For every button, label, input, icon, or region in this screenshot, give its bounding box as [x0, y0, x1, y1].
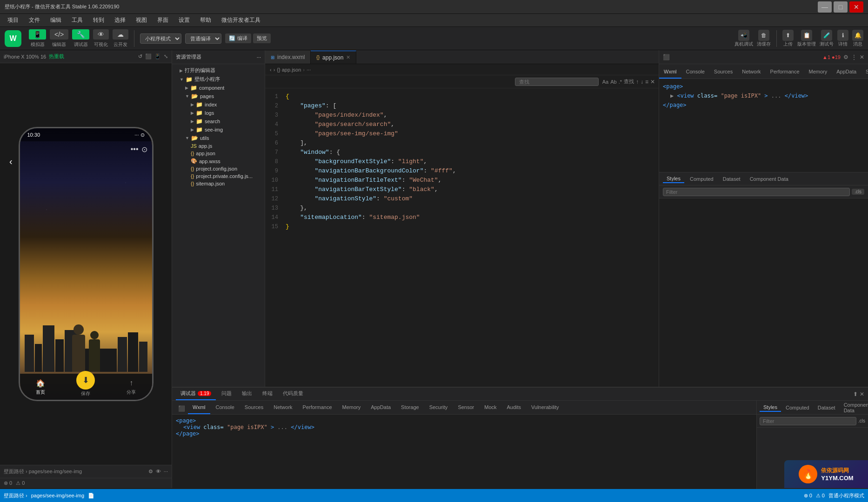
match-case-icon[interactable]: Aa [602, 79, 608, 85]
bottom-tab-terminal[interactable]: 终端 [258, 388, 277, 400]
bd-tab-sources[interactable]: Sources [240, 401, 268, 414]
settings-icon[interactable]: ⚙ [148, 469, 153, 475]
pages-folder[interactable]: ▼ 📂 pages [172, 92, 265, 100]
nav-back[interactable]: ‹ [9, 156, 13, 167]
visual-btn[interactable]: 👁 [93, 29, 109, 40]
save-icon[interactable]: ⬇ [76, 371, 95, 390]
styles-tab-dataset[interactable]: Dataset [719, 175, 744, 183]
menu-select[interactable]: 选择 [111, 15, 129, 25]
menu-view[interactable]: 视图 [132, 15, 151, 25]
more-icon[interactable]: ··· [164, 469, 168, 475]
version-btn[interactable]: 📋 版本管理 [797, 30, 816, 47]
expand-down-icon[interactable]: ✕ [860, 391, 864, 397]
nav-share[interactable]: ↑ 分享 [126, 378, 136, 396]
bottom-tab-debug[interactable]: 调试器 1.19 [176, 388, 216, 400]
preview-btn[interactable]: 预览 [253, 33, 271, 43]
project-root[interactable]: ▼ 📁 壁纸小程序 [172, 75, 265, 84]
nav-home[interactable]: 🏠 首页 [35, 378, 46, 396]
logs-folder[interactable]: ▶ 📁 logs [172, 109, 265, 117]
app-wxss-file[interactable]: 🎨 app.wxss [172, 157, 265, 165]
details-btn[interactable]: ℹ 详情 [837, 30, 848, 47]
sitemap-file[interactable]: {} sitemap.json [172, 180, 265, 187]
nav-back-icon[interactable]: ‹ [270, 67, 272, 73]
real-machine-btn[interactable]: 📲 真机调试 [734, 30, 753, 47]
devtools-tab-sources[interactable]: Sources [709, 66, 737, 79]
bd-tab-audits[interactable]: Audits [502, 401, 526, 414]
minimize-button[interactable]: — [818, 1, 832, 13]
br-tab-styles[interactable]: Styles [760, 403, 781, 412]
mode-selector[interactable]: 小程序模式 [140, 33, 181, 44]
menu-tools[interactable]: 工具 [68, 15, 87, 25]
upload-btn[interactable]: ⬆ 上传 [782, 30, 794, 47]
br-tab-computed[interactable]: Computed [782, 404, 813, 411]
bd-tab-sensor[interactable]: Sensor [453, 401, 479, 414]
phone-icon[interactable]: 📱 [154, 53, 161, 59]
br-filter-input[interactable] [760, 417, 856, 425]
cls-button[interactable]: .cls [852, 189, 864, 195]
devtools-collapse-icon[interactable]: ✕ [860, 54, 864, 60]
bd-tab-storage[interactable]: Storage [396, 401, 424, 414]
open-editors-group[interactable]: ▶ 打开的编辑器 [172, 66, 265, 75]
expand-triangle[interactable]: ▶ [670, 92, 674, 99]
app-js-file[interactable]: JS app.js [172, 142, 265, 150]
bottom-tab-output[interactable]: 输出 [237, 388, 257, 400]
br-tab-component[interactable]: Component Data [840, 401, 868, 414]
devtools-tab-performance[interactable]: Performance [766, 66, 804, 79]
maximize-button[interactable]: □ [834, 1, 848, 13]
app-json-file[interactable]: {} app.json [172, 150, 265, 157]
bd-tab-security[interactable]: Security [425, 401, 453, 414]
see-img-folder[interactable]: ▶ 📁 see-img [172, 126, 265, 134]
resize-icon[interactable]: ⤡ [164, 53, 168, 59]
menu-help[interactable]: 帮助 [196, 15, 215, 25]
utils-folder[interactable]: ▼ 📂 utils [172, 134, 265, 142]
search-more-icon[interactable]: ≡ [645, 79, 648, 85]
bd-tab-vulnerability[interactable]: Vulnerability [527, 401, 564, 414]
bd-tab-appdata[interactable]: AppData [366, 401, 395, 414]
clean-btn[interactable]: 🗑 清缓存 [757, 30, 771, 47]
devtools-nav-icon[interactable]: ⬛ [663, 54, 670, 60]
nav-save[interactable]: ⬇ 保存 [76, 376, 95, 397]
editor-btn[interactable]: </> [50, 29, 68, 40]
bd-tab-console[interactable]: Console [211, 401, 239, 414]
message-btn[interactable]: 🔔 消息 [852, 30, 863, 47]
eye-icon[interactable]: 👁 [156, 469, 161, 475]
bd-tab-mock[interactable]: Mock [480, 401, 501, 414]
project-config-file[interactable]: {} project.config.json [172, 165, 265, 172]
search-next-icon[interactable]: ↓ [641, 79, 643, 85]
bd-tab-performance[interactable]: Performance [298, 401, 337, 414]
menu-interface[interactable]: 界面 [154, 15, 172, 25]
bd-tab-wxml[interactable]: Wxml [188, 401, 210, 414]
devtools-tab-storage[interactable]: Storage [861, 66, 868, 79]
devtools-tab-memory[interactable]: Memory [804, 66, 832, 79]
compile-selector[interactable]: 普通编译 [185, 33, 221, 44]
bd-toggle-icon[interactable]: ⬛ [176, 403, 187, 414]
tab-close-icon[interactable]: ✕ [346, 54, 350, 60]
devtools-tab-wxml[interactable]: Wxml [659, 66, 681, 79]
component-folder[interactable]: ▶ 📁 component [172, 84, 265, 92]
cls-badge[interactable]: .cls [858, 418, 865, 423]
styles-tab-computed[interactable]: Computed [686, 175, 717, 183]
bottom-tab-issues[interactable]: 问题 [217, 388, 236, 400]
br-tab-dataset[interactable]: Dataset [814, 404, 839, 411]
regex-icon[interactable]: .* [619, 79, 622, 85]
bd-tab-network[interactable]: Network [269, 401, 297, 414]
devtools-tab-network[interactable]: Network [737, 66, 765, 79]
nav-forward-icon[interactable]: › [274, 67, 275, 73]
search-close-icon[interactable]: ✕ [650, 79, 655, 85]
debug-btn[interactable]: 🔧 [72, 29, 89, 40]
devtools-settings-icon[interactable]: ⚙ [843, 54, 848, 60]
devtools-tab-appdata[interactable]: AppData [832, 66, 861, 79]
window-controls[interactable]: — □ ✕ [818, 1, 863, 13]
devtools-tab-console[interactable]: Console [681, 66, 709, 79]
search-input[interactable] [515, 78, 599, 86]
tab-index-wxml[interactable]: ⊞ index.wxml [265, 51, 311, 64]
collapse-up-icon[interactable]: ⬆ [853, 391, 858, 397]
project-private-file[interactable]: {} project.private.config.js... [172, 172, 265, 180]
menu-wechat-tools[interactable]: 微信开发者工具 [218, 15, 264, 25]
styles-filter-input[interactable] [663, 188, 850, 196]
devtools-more-icon[interactable]: ⋮ [851, 54, 857, 60]
search-folder[interactable]: ▶ 📁 search [172, 117, 265, 126]
refresh-icon[interactable]: ↺ [138, 53, 142, 59]
styles-tab-component[interactable]: Component Data [746, 175, 792, 183]
whole-word-icon[interactable]: Ab [610, 79, 616, 85]
